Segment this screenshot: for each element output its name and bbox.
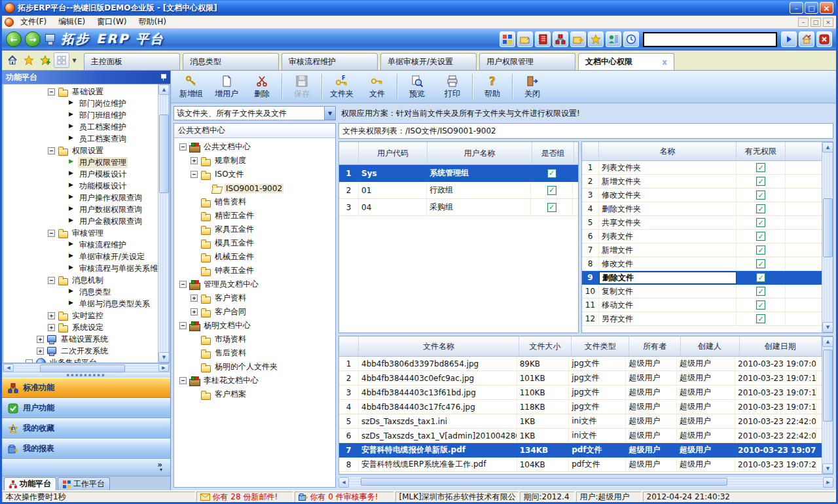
minimize-button[interactable]: – [790, 2, 803, 14]
permission-row[interactable]: 12 另存文件 ✓ [582, 312, 822, 326]
has-permission-checkbox[interactable]: ✓ [756, 177, 765, 186]
function-tree-item[interactable]: − 权限设置 [3, 145, 158, 156]
has-permission-checkbox[interactable]: ✓ [756, 314, 765, 323]
layout-grid-caret[interactable]: ▼ [70, 52, 79, 68]
document-tree-item[interactable]: 客户档案 [174, 387, 335, 401]
file-row[interactable]: 8 安普科特线缆ERP系统准备工作.pdf 104KB pdf文件 超级用户 超… [339, 458, 822, 472]
expand-toggle-icon[interactable]: − [48, 147, 55, 154]
function-tree-item[interactable]: 审核流程维护 [3, 239, 158, 251]
has-permission-checkbox[interactable]: ✓ [756, 300, 765, 310]
save-button[interactable]: 保存 [284, 72, 319, 102]
panel-my-reports[interactable]: 我的报表 [2, 439, 170, 459]
column-header-file-name[interactable]: 文件名称 [359, 336, 519, 356]
document-tree-item[interactable]: − 管理员文档中心 [174, 278, 335, 291]
function-tree-item[interactable]: 单据与消息类型关系 [3, 298, 158, 310]
function-tree-item[interactable]: 用户数据权限查询 [3, 204, 158, 215]
favorite-button[interactable] [21, 52, 37, 68]
file-row[interactable]: 1 4bb4fb3806d3397bd8654.jpg 89KB jpg文件 超… [339, 357, 822, 371]
function-tree-item[interactable]: + 实时监控 [3, 310, 158, 321]
close-view-button[interactable]: 关闭 [515, 72, 550, 102]
document-tree-item[interactable]: ISO9001-9002 [174, 181, 335, 195]
panel-overflow-chevron[interactable]: »▾ [2, 459, 170, 476]
has-permission-checkbox[interactable]: ✓ [756, 190, 765, 200]
document-tab[interactable]: 主控面板 x [84, 53, 180, 70]
function-tree-item[interactable]: + 系统设定 [3, 321, 158, 333]
expand-toggle-icon[interactable]: − [179, 143, 187, 151]
permission-row[interactable]: 1 列表文件夹 ✓ [582, 161, 822, 175]
print-button[interactable]: 打印 [435, 72, 470, 102]
permission-list-vscrollbar[interactable]: ▲ ▼ [822, 142, 833, 333]
permission-row[interactable]: 11 移动文件 ✓ [582, 298, 822, 312]
has-permission-checkbox[interactable]: ✓ [756, 245, 765, 255]
files-table-vscrollbar[interactable]: ▲ ▼ [822, 336, 833, 474]
expand-toggle-icon[interactable]: − [179, 281, 187, 288]
document-tree-item[interactable]: + 客户资料 [174, 291, 335, 305]
home-nav-button[interactable] [799, 31, 814, 47]
document-tab[interactable]: 文档中心权限 x [578, 53, 674, 70]
expand-toggle-icon[interactable]: + [48, 312, 55, 319]
function-tree-item[interactable]: − 业务集成平台 [3, 357, 158, 363]
back-button[interactable]: ← [6, 31, 22, 47]
clock-button[interactable] [623, 31, 639, 47]
chevron-down-icon[interactable]: ▼ [324, 107, 335, 120]
menu-edit[interactable]: 编辑(E) [53, 16, 90, 28]
permission-row[interactable]: 9 删除文件 ✓ [582, 271, 822, 285]
quick-search-input[interactable] [643, 32, 777, 47]
document-tree-item[interactable]: − ISO文件 [174, 168, 335, 181]
panel-standard-functions[interactable]: 标准功能 [2, 378, 170, 398]
menu-file[interactable]: 文件(F) [15, 16, 52, 28]
sidebar-splitter[interactable]: ▪▪▪▪▪▪▪▪▪ [2, 372, 170, 378]
function-tree-item[interactable]: 部门岗位维护 [3, 98, 158, 109]
expand-toggle-icon[interactable]: − [191, 171, 198, 178]
function-tree-item[interactable]: − 基础设置 [3, 86, 158, 98]
child-restore-button[interactable]: □ [811, 18, 821, 27]
expand-toggle-icon[interactable]: − [26, 359, 33, 363]
column-header-creator[interactable]: 创建人 [681, 336, 740, 356]
expand-toggle-icon[interactable]: + [191, 157, 198, 164]
sidebar-tree-vscrollbar[interactable]: ▲ ▼ [158, 84, 169, 363]
function-tree-item[interactable]: 用户权限管理 [3, 156, 158, 168]
expand-toggle-icon[interactable]: − [48, 88, 55, 96]
add-user-button[interactable]: 增用户 [209, 72, 244, 102]
expand-toggle-icon[interactable]: + [191, 308, 198, 315]
column-header-user-name[interactable]: 用户名称 [428, 142, 532, 164]
panel-user-functions[interactable]: 用户功能 [2, 398, 170, 418]
folder-up-button[interactable] [517, 31, 533, 47]
tab-function-platform[interactable]: 功能平台 [4, 477, 56, 490]
permission-row[interactable]: 6 列表文件 ✓ [582, 230, 822, 243]
tab-work-platform[interactable]: 工作平台 [58, 477, 110, 490]
close-button[interactable]: × [820, 2, 833, 14]
column-header-has-perm[interactable]: 有无权限 [737, 142, 786, 160]
function-tree-item[interactable]: 用户金额权限查询 [3, 215, 158, 227]
favorites-button[interactable] [588, 31, 604, 47]
orgchart-button[interactable] [553, 31, 568, 47]
layout-grid-button[interactable] [54, 52, 69, 68]
document-tree-item[interactable]: 销售资料 [174, 195, 335, 209]
main-hscrollbar[interactable]: ◀ ▶ [338, 477, 833, 488]
document-tree-item[interactable]: − 公共文档中心 [174, 140, 335, 154]
expand-toggle-icon[interactable]: − [48, 277, 55, 284]
has-permission-checkbox[interactable]: ✓ [756, 259, 765, 268]
function-tree-item[interactable]: 单据审核开/关设定 [3, 251, 158, 262]
expand-toggle-icon[interactable]: + [37, 348, 44, 355]
exit-button[interactable] [816, 31, 832, 47]
document-tree-item[interactable]: − 杨明文档中心 [174, 319, 335, 333]
forward-button[interactable]: → [25, 31, 41, 47]
user-group-row[interactable]: 3 04 采购组 ✓ [339, 199, 578, 216]
pin-icon[interactable] [160, 73, 166, 81]
function-tree-item[interactable]: 审核流程与单据关系维护 [3, 262, 158, 274]
scope-dropdown[interactable]: 该文件夹、所有子文件夹及文件 ▼ [173, 106, 336, 120]
document-tree-item[interactable]: 市场资料 [174, 333, 335, 346]
permission-row[interactable]: 7 新增文件 ✓ [582, 243, 822, 257]
function-tree-item[interactable]: 部门班组维护 [3, 109, 158, 121]
restore-button[interactable]: □ [805, 2, 818, 14]
permission-row[interactable]: 3 修改文件夹 ✓ [582, 189, 822, 202]
is-group-checkbox[interactable]: ✓ [547, 203, 556, 212]
is-group-checkbox[interactable]: ✓ [547, 186, 556, 195]
audit-notification[interactable]: 你有 0 件审核事务! [295, 492, 394, 502]
column-header-owner[interactable]: 所有者 [629, 336, 680, 356]
sidebar-tree-hscrollbar[interactable]: ◀ ▶ [3, 363, 170, 372]
document-tree-item[interactable]: 机械五金件 [174, 250, 335, 264]
column-header-perm-name[interactable]: 名称 [599, 142, 737, 160]
menu-window[interactable]: 窗口(W) [92, 16, 132, 28]
